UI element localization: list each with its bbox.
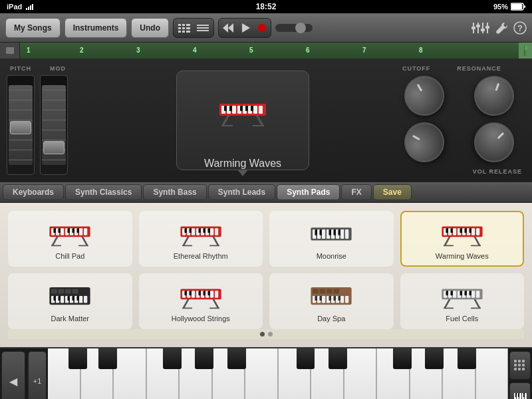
current-preset-name: Warming Waves: [204, 158, 281, 170]
white-key-e3[interactable]: [113, 348, 146, 399]
black-key-ds3[interactable]: [98, 348, 117, 369]
knobs-grid: [392, 75, 525, 163]
dot-2[interactable]: [268, 332, 273, 336]
svg-rect-173: [315, 296, 318, 301]
svg-marker-37: [525, 45, 529, 51]
synth-area: PITCH MOD: [0, 59, 532, 182]
clip-icon: [5, 46, 15, 55]
svg-marker-19: [228, 23, 233, 33]
black-key-fs4[interactable]: [393, 348, 412, 369]
dark-matter-name: Dark Matter: [51, 315, 89, 323]
black-key-gs3[interactable]: [195, 348, 213, 369]
tab-synth-bass[interactable]: Synth Bass: [143, 184, 206, 200]
right-controls: CUTOFF RESONANCE VOL RELEASE: [392, 65, 525, 175]
black-key-cs3[interactable]: [68, 348, 87, 369]
record-icon[interactable]: [257, 23, 267, 33]
chill-pad-svg: [47, 219, 93, 248]
tab-synth-leads[interactable]: Synth Leads: [208, 184, 275, 200]
svg-rect-14: [182, 31, 185, 33]
svg-rect-3: [32, 4, 33, 10]
svg-rect-120: [450, 228, 453, 233]
keyboard-grid-button[interactable]: [509, 351, 531, 380]
svg-rect-199: [514, 364, 517, 366]
svg-rect-7: [178, 24, 181, 26]
svg-rect-69: [54, 228, 57, 233]
cutoff-top-knob[interactable]: [397, 68, 452, 123]
svg-rect-17: [197, 27, 209, 29]
preset-display-box[interactable]: Warming Waves: [176, 70, 309, 170]
play-icon[interactable]: [240, 23, 251, 33]
plus-one-button[interactable]: +1: [28, 351, 47, 399]
mod-slider[interactable]: [40, 75, 68, 175]
piano-keys[interactable]: C3: [48, 348, 508, 399]
svg-rect-164: [334, 289, 340, 294]
dot-1[interactable]: [260, 332, 265, 336]
dark-matter-svg: [47, 281, 93, 311]
undo-button[interactable]: Undo: [131, 18, 169, 38]
preset-item-ethereal-rhythm[interactable]: Ethereal Rhythm: [139, 211, 263, 267]
pitch-slider-thumb[interactable]: [10, 121, 31, 134]
ruler-mark-5: 5: [249, 47, 253, 54]
resonance-bottom-knob[interactable]: [466, 114, 522, 171]
svg-rect-117: [471, 228, 475, 235]
svg-rect-212: [523, 393, 525, 397]
black-key-as4[interactable]: [458, 348, 476, 369]
ruler-mark-8: 8: [419, 47, 423, 54]
preset-item-hollywood-strings[interactable]: Hollywood Strings: [139, 273, 263, 329]
rewind-icon[interactable]: [223, 23, 233, 33]
svg-rect-149: [192, 291, 195, 298]
svg-rect-177: [338, 296, 341, 301]
warming-waves-svg: [439, 219, 485, 248]
instruments-button[interactable]: Instruments: [65, 18, 128, 38]
black-key-gs4[interactable]: [425, 348, 444, 369]
category-tabs: Keyboards Synth Classics Synth Bass Synt…: [0, 182, 532, 203]
status-left: iPad: [7, 3, 35, 11]
tab-save[interactable]: Save: [373, 184, 412, 200]
ruler-mark-7: 7: [362, 47, 366, 54]
white-key-b4[interactable]: [475, 348, 509, 399]
my-songs-button[interactable]: My Songs: [5, 18, 61, 38]
tab-synth-classics[interactable]: Synth Classics: [65, 184, 142, 200]
mod-label: MOD: [50, 65, 66, 72]
black-key-ds4[interactable]: [329, 348, 347, 369]
tab-synth-pads[interactable]: Synth Pads: [277, 184, 340, 200]
pitch-slider[interactable]: [7, 75, 35, 175]
preset-image: [216, 71, 269, 150]
svg-rect-55: [251, 106, 253, 111]
mixer-icon[interactable]: [471, 21, 489, 35]
moonrise-svg: [308, 219, 354, 248]
prev-octave-button[interactable]: ◀: [1, 351, 25, 399]
timeline-ruler[interactable]: 1 2 3 4 5 6 7 8: [20, 43, 519, 59]
tab-fx[interactable]: FX: [341, 184, 371, 200]
black-key-as3[interactable]: [227, 348, 246, 369]
svg-rect-53: [240, 106, 243, 111]
preset-item-moonrise[interactable]: Moonrise: [269, 211, 394, 267]
svg-rect-85: [210, 228, 213, 235]
svg-rect-123: [469, 228, 471, 233]
dark-matter-image: [47, 281, 93, 311]
keyboard-view-icon: [513, 392, 527, 400]
help-icon[interactable]: ?: [513, 21, 527, 35]
tab-keyboards[interactable]: Keyboards: [3, 184, 64, 200]
fuel-cells-name: Fuel Cells: [446, 315, 478, 323]
preset-item-dark-matter[interactable]: Dark Matter: [8, 273, 132, 329]
preset-item-warming-waves[interactable]: Warming Waves: [400, 211, 525, 267]
black-key-fs3[interactable]: [163, 348, 182, 369]
white-key-e4[interactable]: [344, 348, 377, 399]
keyboard-view-button[interactable]: [509, 382, 531, 399]
svg-rect-171: [340, 296, 344, 303]
black-key-cs4[interactable]: [297, 348, 315, 369]
svg-rect-15: [186, 31, 190, 33]
preset-item-fuel-cells[interactable]: Fuel Cells: [400, 273, 525, 329]
keyboard-grid-icon: [513, 359, 527, 372]
preset-item-chill-pad[interactable]: Chill Pad: [8, 211, 132, 267]
resonance-top-knob[interactable]: [468, 70, 519, 122]
day-spa-name: Day Spa: [317, 315, 345, 323]
preset-item-day-spa[interactable]: Day Spa: [269, 273, 394, 329]
mod-slider-thumb[interactable]: [43, 141, 65, 154]
timeline-end-flag[interactable]: [519, 43, 532, 59]
wrench-icon[interactable]: [495, 21, 508, 35]
cutoff-bottom-knob[interactable]: [397, 115, 452, 170]
view-toggle-group[interactable]: [173, 18, 214, 38]
white-key-b3[interactable]: [245, 348, 278, 399]
